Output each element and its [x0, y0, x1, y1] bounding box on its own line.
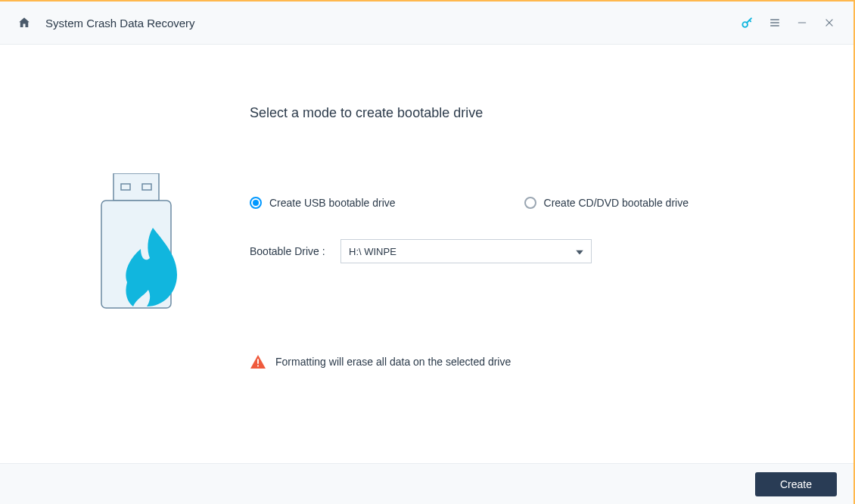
bootable-drive-row: Bootable Drive : H:\ WINPE	[250, 239, 793, 263]
page-heading: Select a mode to create bootable drive	[250, 105, 793, 121]
svg-rect-12	[257, 366, 259, 367]
home-button[interactable]	[15, 14, 33, 32]
radio-indicator-cd	[524, 197, 536, 209]
titlebar: System Crash Data Recovery	[0, 2, 853, 45]
close-icon	[824, 17, 835, 28]
main-panel: Select a mode to create bootable drive C…	[250, 90, 823, 448]
radio-usb-label: Create USB bootable drive	[269, 197, 396, 209]
warning-icon	[250, 354, 266, 369]
create-button-label: Create	[780, 478, 812, 490]
menu-icon	[769, 17, 781, 29]
svg-rect-11	[257, 359, 259, 363]
svg-rect-7	[113, 173, 159, 201]
radio-cd[interactable]: Create CD/DVD bootable drive	[524, 197, 689, 209]
app-window: System Crash Data Recovery	[0, 0, 855, 504]
warning-row: Formatting will erase all data on the se…	[250, 354, 793, 369]
app-title: System Crash Data Recovery	[45, 17, 195, 30]
bootable-drive-select[interactable]: H:\ WINPE	[340, 239, 592, 263]
menu-button[interactable]	[761, 9, 788, 36]
create-button[interactable]: Create	[755, 472, 837, 496]
close-button[interactable]	[816, 9, 843, 36]
key-button[interactable]	[734, 9, 761, 36]
home-icon	[17, 16, 31, 30]
key-icon	[740, 15, 755, 30]
radio-cd-label: Create CD/DVD bootable drive	[544, 197, 689, 209]
mode-radio-group: Create USB bootable drive Create CD/DVD …	[250, 197, 793, 209]
bootable-drive-label: Bootable Drive :	[250, 245, 333, 257]
usb-flame-icon	[91, 173, 189, 317]
warning-text: Formatting will erase all data on the se…	[275, 356, 511, 368]
content-area: Select a mode to create bootable drive C…	[0, 45, 853, 463]
bootable-drive-value: H:\ WINPE	[349, 246, 396, 257]
minimize-icon	[797, 17, 807, 28]
radio-usb[interactable]: Create USB bootable drive	[250, 197, 396, 209]
minimize-button[interactable]	[788, 9, 816, 36]
chevron-down-icon	[576, 246, 583, 257]
illustration-panel	[30, 90, 250, 448]
radio-indicator-usb	[250, 197, 262, 209]
footer-bar: Create	[0, 463, 853, 504]
